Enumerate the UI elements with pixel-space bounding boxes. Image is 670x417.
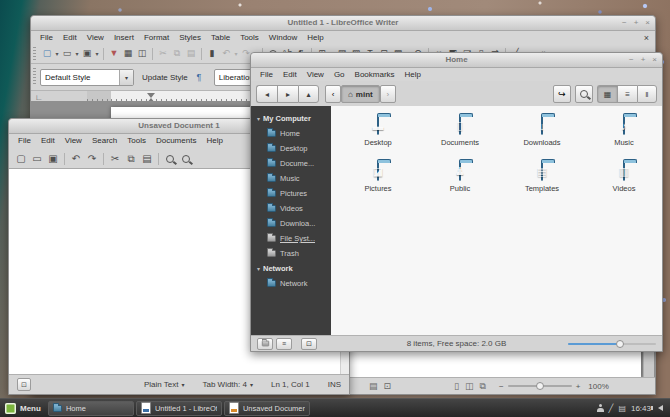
find-icon[interactable] [162,151,178,167]
up-button[interactable]: ▴ [298,85,319,103]
icon-view-pane[interactable]: ▬ Desktop ▯ Documents ↓ Downloads ♪ Musi… [331,106,662,335]
folder-music[interactable]: ♪ Music [583,112,662,158]
back-button[interactable]: ◂ [256,85,277,103]
menu-table[interactable]: Table [206,33,235,42]
menu-format[interactable]: Format [139,33,174,42]
close-document-icon[interactable]: × [644,33,651,43]
menu-view[interactable]: View [60,136,87,145]
toolbar-grip[interactable] [33,68,36,86]
menu-go[interactable]: Go [329,70,350,79]
breadcrumb-collapse-button[interactable]: ‹ [325,85,341,103]
sidebar-item-home[interactable]: Home [251,126,331,141]
book-view-icon[interactable]: ⧉ [480,381,486,392]
folder-documents[interactable]: ▯ Documents [419,112,501,158]
sidebar-section-my-computer[interactable]: ▾ My Computer [251,111,331,126]
menu-search[interactable]: Search [87,136,122,145]
open-icon[interactable]: ▭ [29,151,45,167]
update-style-button[interactable]: Update Style [142,73,188,82]
new-document-icon[interactable]: ▢ [13,151,29,167]
update-style-icon[interactable]: ¶ [192,71,206,84]
menu-tools[interactable]: Tools [122,136,151,145]
export-pdf-icon[interactable]: ▼ [107,47,121,60]
places-sidebar-button[interactable] [257,338,273,350]
sidebar-item-file-system[interactable]: File Syst... [251,231,331,246]
menu-tools[interactable]: Tools [235,33,264,42]
close-icon[interactable]: × [645,16,650,30]
maximize-icon[interactable]: + [641,53,646,67]
search-button[interactable] [575,85,593,103]
paste-icon[interactable]: ▤ [184,47,198,60]
multi-page-view-icon[interactable]: ◫ [465,381,474,391]
folder-desktop[interactable]: ▬ Desktop [337,112,419,158]
menu-help[interactable]: Help [400,70,426,79]
menu-help[interactable]: Help [201,136,227,145]
indent-marker[interactable] [147,93,155,98]
sidebar-item-documents[interactable]: Docume... [251,156,331,171]
tree-sidebar-button[interactable]: ≡ [276,338,292,350]
selection-mode-icon[interactable]: ▤ [369,381,378,391]
cut-icon[interactable]: ✂ [156,47,170,60]
menu-bookmarks[interactable]: Bookmarks [350,70,400,79]
menu-insert[interactable]: Insert [109,33,139,42]
folder-public[interactable]: ♟ Public [419,158,501,204]
sidebar-item-downloads[interactable]: Downloa... [251,216,331,231]
file-manager-titlebar[interactable]: Home − + × [251,53,662,68]
paste-icon[interactable]: ▤ [139,151,155,167]
icon-size-slider[interactable] [568,339,656,349]
hide-sidebar-button[interactable]: ⊡ [301,338,317,350]
sidebar-item-network[interactable]: Network [251,276,331,291]
zoom-level[interactable]: 100% [588,382,608,391]
zoom-slider-knob[interactable] [536,382,544,390]
undo-icon[interactable]: ↶ [219,47,233,60]
list-view-button[interactable]: ≡ [617,85,637,103]
folder-pictures[interactable]: ◪ Pictures [337,158,419,204]
cut-icon[interactable]: ✂ [107,151,123,167]
menu-help[interactable]: Help [302,33,328,42]
menu-file[interactable]: File [255,70,278,79]
folder-videos[interactable]: ▥ Videos [583,158,662,204]
save-icon[interactable]: ▣ [45,151,61,167]
menu-edit[interactable]: Edit [36,136,60,145]
breadcrumb-expand-button[interactable]: › [380,85,396,103]
sidebar-item-pictures[interactable]: Pictures [251,186,331,201]
taskbar-window-home[interactable]: Home [48,401,134,416]
language-selector[interactable]: Plain Text▾ [144,380,185,389]
compact-view-button[interactable]: ‖ [637,85,657,103]
taskbar-window-writer[interactable]: Untitled 1 - LibreOffi... [136,401,222,416]
user-applet-icon[interactable] [597,404,604,412]
menu-view[interactable]: View [302,70,329,79]
side-pane-toggle-button[interactable]: ⊡ [17,378,31,391]
menu-file[interactable]: File [35,33,58,42]
breadcrumb-home-button[interactable]: ⌂ mint [341,85,380,103]
input-pencil-icon[interactable]: ╱ [609,404,614,413]
zoom-out-icon[interactable]: − [499,382,504,391]
redo-icon[interactable]: ↷ [84,151,100,167]
network-icon[interactable]: ▤ [618,404,626,413]
sidebar-item-music[interactable]: Music [251,171,331,186]
icon-size-slider-knob[interactable] [616,340,624,348]
minimize-icon[interactable]: − [622,16,627,30]
copy-icon[interactable]: ⧉ [170,47,184,60]
sidebar-item-desktop[interactable]: Desktop [251,141,331,156]
chevron-down-icon[interactable]: ▾ [119,70,133,85]
folder-templates[interactable]: ▤ Templates [501,158,583,204]
clone-formatting-icon[interactable]: ▮ [205,47,219,60]
menu-edit[interactable]: Edit [58,33,82,42]
single-page-view-icon[interactable]: ▯ [454,381,459,391]
menu-file[interactable]: File [13,136,36,145]
toggle-location-entry-button[interactable]: ↪ [553,85,571,103]
sidebar-item-trash[interactable]: Trash [251,246,331,261]
menu-documents[interactable]: Documents [151,136,201,145]
folder-downloads[interactable]: ↓ Downloads [501,112,583,158]
menu-styles[interactable]: Styles [174,33,206,42]
volume-icon[interactable] [658,405,663,411]
close-icon[interactable]: × [652,53,657,67]
undo-icon[interactable]: ↶ [68,151,84,167]
insert-mode-indicator[interactable]: INS [328,380,341,389]
maximize-icon[interactable]: + [634,16,639,30]
print-icon[interactable]: ▦ [121,47,135,60]
forward-button[interactable]: ▸ [277,85,298,103]
menu-window[interactable]: Window [264,33,302,42]
sidebar-item-videos[interactable]: Videos [251,201,331,216]
print-preview-icon[interactable]: ◫ [135,47,149,60]
